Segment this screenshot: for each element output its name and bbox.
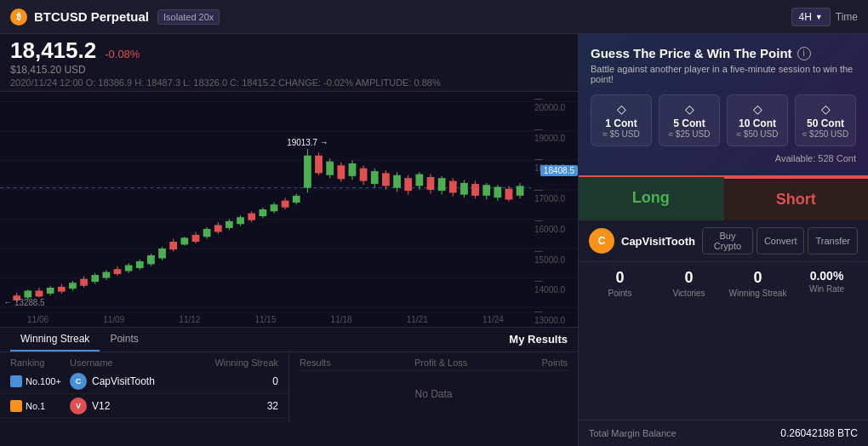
long-button[interactable]: Long bbox=[579, 177, 724, 220]
bottom-tabs: Winning Streak Points My Results bbox=[0, 328, 578, 352]
user-col: V V12 bbox=[70, 397, 210, 415]
svg-rect-88 bbox=[449, 181, 457, 193]
svg-rect-84 bbox=[427, 177, 435, 190]
col-username: Username bbox=[70, 357, 210, 368]
diamond-icon: ◇ bbox=[801, 102, 850, 116]
coin-card-50-cont[interactable]: ◇ 50 Cont ≈ $250 USD bbox=[795, 94, 856, 146]
stat-points: 0 Points bbox=[589, 269, 651, 298]
svg-rect-80 bbox=[404, 178, 412, 191]
stat-victories: 0 Victories bbox=[658, 269, 720, 298]
col-ranking: Ranking bbox=[10, 357, 70, 368]
coin-card-10-cont[interactable]: ◇ 10 Cont ≈ $50 USD bbox=[727, 94, 788, 146]
isolated-badge: Isolated 20x bbox=[157, 9, 220, 25]
svg-rect-12 bbox=[24, 290, 31, 297]
svg-rect-86 bbox=[438, 178, 446, 191]
coin-options: ◇ 1 Cont ≈ $5 USD ◇ 5 Cont ≈ $25 USD ◇ 1… bbox=[591, 94, 856, 146]
svg-rect-48 bbox=[226, 221, 233, 228]
svg-rect-14 bbox=[36, 290, 43, 296]
chart-area: 19013.7 → ← 13288.5 — 20000.0 — 19000.0 … bbox=[0, 92, 578, 327]
transfer-button[interactable]: Transfer bbox=[808, 227, 858, 254]
stat-label-points: Points bbox=[589, 289, 651, 298]
svg-rect-62 bbox=[304, 156, 311, 188]
trade-buttons: Long Short bbox=[579, 175, 868, 220]
svg-rect-16 bbox=[47, 288, 54, 294]
svg-rect-22 bbox=[80, 279, 88, 286]
coin-card-1-cont[interactable]: ◇ 1 Cont ≈ $5 USD bbox=[591, 94, 652, 146]
svg-text:← 13288.5: ← 13288.5 bbox=[3, 297, 45, 306]
svg-rect-24 bbox=[91, 275, 99, 282]
rank-gem-icon bbox=[10, 375, 22, 387]
svg-rect-56 bbox=[271, 204, 278, 211]
table-row: No.100+ C CapVisitTooth 0 bbox=[0, 369, 288, 394]
avatar: C bbox=[589, 228, 614, 254]
tab-winning-streak[interactable]: Winning Streak bbox=[10, 328, 100, 352]
stat-value-victories: 0 bbox=[658, 269, 720, 287]
stat-value-points: 0 bbox=[589, 269, 651, 287]
rank-badge: No.1 bbox=[10, 400, 70, 412]
bottom-section: Winning Streak Points My Results Ranking… bbox=[0, 327, 578, 446]
game-title: Guess The Price & Win The Point bbox=[591, 46, 792, 60]
svg-rect-76 bbox=[382, 173, 390, 186]
svg-rect-60 bbox=[293, 196, 300, 203]
no-data-label: No Data bbox=[300, 375, 568, 414]
svg-rect-36 bbox=[158, 249, 166, 259]
current-price-tag: 18408.5 bbox=[540, 165, 578, 176]
svg-rect-30 bbox=[125, 266, 133, 272]
timeframe-button[interactable]: 4H ▼ bbox=[791, 8, 831, 26]
svg-rect-72 bbox=[360, 169, 368, 181]
svg-rect-40 bbox=[180, 237, 188, 244]
svg-rect-34 bbox=[147, 255, 155, 264]
coin-card-5-cont[interactable]: ◇ 5 Cont ≈ $25 USD bbox=[659, 94, 720, 146]
stat-value-winrate: 0.00% bbox=[796, 269, 858, 283]
short-button[interactable]: Short bbox=[724, 177, 869, 220]
col-points: Points bbox=[517, 357, 568, 368]
stats-section: 0 Points 0 Victories 0 Winning Streak 0.… bbox=[579, 262, 868, 305]
svg-rect-44 bbox=[203, 229, 211, 237]
diamond-icon: ◇ bbox=[665, 102, 714, 116]
btc-icon: ₿ bbox=[10, 9, 27, 26]
time-label: Time bbox=[836, 11, 858, 23]
svg-rect-68 bbox=[337, 165, 345, 179]
avatar: V bbox=[70, 397, 87, 415]
tab-points[interactable]: Points bbox=[100, 328, 148, 352]
avatar: C bbox=[70, 373, 87, 390]
svg-rect-96 bbox=[494, 187, 501, 198]
info-icon[interactable]: i bbox=[797, 47, 811, 60]
bottom-content: Ranking Username Winning Streak No.100+ … bbox=[0, 352, 578, 422]
svg-rect-74 bbox=[371, 171, 379, 184]
user-section: C CapVisitTooth Buy Crypto Convert Trans… bbox=[579, 220, 868, 262]
svg-rect-98 bbox=[505, 189, 513, 200]
margin-label: Total Margin Balance bbox=[589, 428, 677, 438]
diamond-icon: ◇ bbox=[597, 102, 646, 116]
svg-rect-42 bbox=[192, 235, 200, 242]
leaderboard-header: Ranking Username Winning Streak bbox=[0, 356, 288, 369]
results-header: Results Profit & Loss Points bbox=[300, 357, 568, 371]
svg-rect-94 bbox=[483, 185, 490, 196]
left-panel: 18,415.2 -0.08% $18,415.20 USD 2020/11/2… bbox=[0, 34, 579, 446]
pair-title: BTCUSD Perpetual bbox=[34, 9, 149, 24]
svg-rect-18 bbox=[58, 287, 66, 292]
rank-badge: No.100+ bbox=[10, 375, 70, 387]
game-subtitle: Battle against another player in a five-… bbox=[591, 64, 856, 84]
svg-rect-28 bbox=[114, 269, 122, 274]
username-label: CapVisitTooth bbox=[621, 235, 695, 248]
stat-label-winrate: Win Rate bbox=[796, 284, 858, 294]
leaderboard-section: Ranking Username Winning Streak No.100+ … bbox=[0, 352, 288, 422]
convert-button[interactable]: Convert bbox=[757, 227, 805, 254]
game-title-row: Guess The Price & Win The Point i bbox=[591, 46, 856, 60]
svg-rect-64 bbox=[315, 156, 323, 174]
stat-label-streak: Winning Streak bbox=[727, 289, 789, 298]
price-main: 18,415.2 bbox=[10, 37, 96, 64]
svg-rect-52 bbox=[248, 214, 255, 220]
svg-rect-32 bbox=[136, 261, 144, 268]
stat-win-rate: 0.00% Win Rate bbox=[796, 269, 858, 298]
svg-rect-54 bbox=[259, 209, 266, 216]
price-stats: 2020/11/24 12:00 O: 18386.9 H: 18487.3 L… bbox=[10, 77, 568, 88]
my-results-title: My Results bbox=[509, 328, 568, 352]
svg-rect-100 bbox=[517, 186, 524, 196]
col-results: Results bbox=[300, 357, 414, 368]
price-info: 18,415.2 -0.08% $18,415.20 USD 2020/11/2… bbox=[0, 34, 578, 92]
svg-rect-20 bbox=[69, 283, 77, 289]
buy-crypto-button[interactable]: Buy Crypto bbox=[702, 227, 753, 254]
stat-value-streak: 0 bbox=[727, 269, 789, 287]
